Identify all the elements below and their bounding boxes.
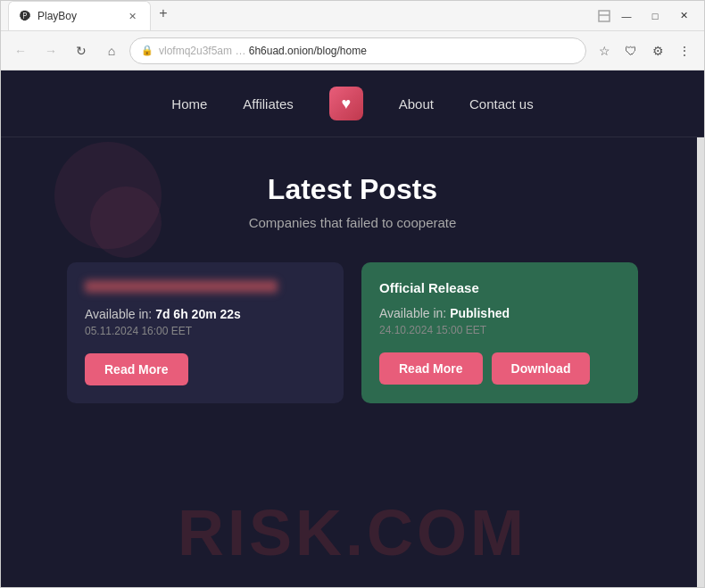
- card-2-date: 24.10.2024 15:00 EET: [379, 324, 620, 336]
- new-tab-button[interactable]: +: [151, 1, 176, 26]
- refresh-button[interactable]: ↻: [69, 38, 94, 63]
- tab-area: 🅟 PlayBoy ✕ +: [8, 1, 586, 30]
- section-title: Latest Posts: [54, 173, 651, 206]
- menu-button[interactable]: ⋮: [672, 38, 697, 63]
- shield-button[interactable]: 🛡: [618, 38, 643, 63]
- logo-badge: ♥: [329, 87, 363, 120]
- title-bar: 🅟 PlayBoy ✕ + — □ ✕: [1, 1, 704, 31]
- url-text: vlofmq2u3f5am … 6h6uad.onion/blog/home: [159, 45, 575, 57]
- tab-favicon: 🅟: [20, 10, 30, 22]
- navbar: Home Affiliates ♥ About Contact us: [1, 70, 704, 137]
- url-short: vlofmq2u3f5am: [159, 45, 232, 57]
- extensions-button[interactable]: ⚙: [645, 38, 670, 63]
- url-domain: 6h6uad.onion/blog/home: [249, 45, 367, 57]
- card-1-date: 05.11.2024 16:00 EET: [85, 325, 326, 337]
- address-bar: ← → ↻ ⌂ 🔒 vlofmq2u3f5am … 6h6uad.onion/b…: [1, 31, 704, 70]
- nav-affiliates[interactable]: Affiliates: [243, 96, 293, 112]
- card-1-blurred-title: [85, 280, 278, 293]
- address-actions: ☆ 🛡 ⚙ ⋮: [592, 38, 697, 63]
- tab-close-button[interactable]: ✕: [125, 9, 139, 23]
- site: Home Affiliates ♥ About Contact us Lates…: [1, 70, 704, 587]
- collapse-icon: [597, 9, 611, 23]
- back-button[interactable]: ←: [8, 38, 33, 63]
- section-subtitle: Companies that failed to cooperate: [54, 215, 651, 230]
- card-1-buttons: Read More: [85, 353, 326, 385]
- card-1-availability: Available in: 7d 6h 20m 22s: [85, 307, 326, 321]
- logo-icon: ♥: [341, 95, 351, 113]
- nav-home[interactable]: Home: [171, 96, 207, 112]
- bookmark-button[interactable]: ☆: [592, 38, 617, 63]
- main-content: Latest Posts Companies that failed to co…: [1, 137, 704, 439]
- read-more-button-2[interactable]: Read More: [379, 352, 483, 385]
- cards-row: Available in: 7d 6h 20m 22s 05.11.2024 1…: [54, 262, 651, 403]
- tab-title: PlayBoy: [37, 10, 77, 22]
- watermark-text: RISK.COM: [1, 496, 704, 569]
- active-tab[interactable]: 🅟 PlayBoy ✕: [8, 1, 151, 30]
- download-button-2[interactable]: Download: [492, 352, 591, 385]
- lock-icon: 🔒: [141, 45, 153, 56]
- forward-button[interactable]: →: [38, 38, 63, 63]
- home-button[interactable]: ⌂: [99, 38, 124, 63]
- card-2-buttons: Read More Download: [379, 352, 620, 385]
- close-button[interactable]: ✕: [670, 4, 697, 29]
- nav-about[interactable]: About: [399, 96, 434, 112]
- nav-contact[interactable]: Contact us: [469, 96, 534, 112]
- browser-window: 🅟 PlayBoy ✕ + — □ ✕ ← → ↻ ⌂ 🔒: [0, 0, 705, 588]
- svg-rect-0: [599, 11, 610, 21]
- maximize-button[interactable]: □: [642, 4, 668, 29]
- url-bar[interactable]: 🔒 vlofmq2u3f5am … 6h6uad.onion/blog/home: [129, 37, 586, 64]
- card-1: Available in: 7d 6h 20m 22s 05.11.2024 1…: [67, 262, 344, 403]
- minimize-button[interactable]: —: [613, 4, 640, 29]
- card-2: Official Release Available in: Published…: [361, 262, 638, 403]
- web-content: Home Affiliates ♥ About Contact us Lates…: [1, 70, 704, 587]
- url-separator: …: [235, 45, 245, 57]
- card-2-title: Official Release: [379, 280, 620, 295]
- window-controls: — □ ✕: [597, 4, 697, 29]
- card-2-availability: Available in: Published: [379, 306, 620, 320]
- read-more-button-1[interactable]: Read More: [85, 353, 188, 385]
